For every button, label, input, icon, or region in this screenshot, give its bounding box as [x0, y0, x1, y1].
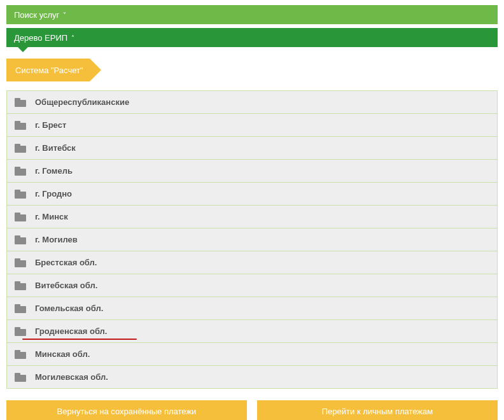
category-label: Гомельская обл. — [35, 304, 103, 313]
folder-icon — [15, 167, 26, 176]
folder-icon — [15, 327, 26, 336]
category-row[interactable]: Гродненская обл. — [6, 319, 498, 342]
category-row[interactable]: г. Могилев — [6, 228, 498, 251]
category-label: Общереспубликанские — [35, 97, 129, 107]
category-label: Витебская обл. — [35, 281, 97, 290]
category-label: Брестская обл. — [35, 258, 97, 267]
back-to-saved-label: Вернуться на сохранённые платежи — [57, 407, 197, 416]
search-services-label: Поиск услуг — [14, 10, 59, 20]
category-row[interactable]: г. Гомель — [6, 159, 498, 182]
category-label: г. Гродно — [35, 189, 72, 199]
folder-icon — [15, 373, 26, 382]
folder-icon — [15, 98, 26, 107]
category-label: г. Минск — [35, 212, 68, 221]
category-row[interactable]: г. Брест — [6, 113, 498, 136]
erip-tree-bar[interactable]: Дерево ЕРИП ˄ — [6, 28, 498, 47]
folder-icon — [15, 144, 26, 153]
back-to-saved-button[interactable]: Вернуться на сохранённые платежи — [6, 400, 247, 420]
category-row[interactable]: Общереспубликанские — [6, 90, 498, 113]
category-label: г. Брест — [35, 120, 66, 130]
folder-icon — [15, 235, 26, 244]
category-label: г. Могилев — [35, 235, 78, 244]
breadcrumb: Система "Расчет" — [6, 51, 498, 90]
folder-icon — [15, 190, 26, 199]
erip-tree-label: Дерево ЕРИП — [14, 33, 67, 43]
personal-payments-button[interactable]: Перейти к личным платежам — [257, 400, 498, 420]
folder-icon — [15, 281, 26, 290]
folder-icon — [15, 304, 26, 313]
folder-icon — [15, 121, 26, 130]
category-label: Могилевская обл. — [35, 372, 108, 382]
folder-icon — [15, 350, 26, 359]
personal-payments-label: Перейти к личным платежам — [322, 407, 433, 416]
category-list: Общереспубликанскиег. Брестг. Витебскг. … — [6, 90, 498, 389]
chevron-down-icon: ˅ — [63, 11, 66, 18]
category-row[interactable]: Могилевская обл. — [6, 365, 498, 388]
category-label: г. Витебск — [35, 143, 76, 153]
breadcrumb-item-current[interactable]: Система "Расчет" — [6, 59, 90, 81]
category-row[interactable]: Гомельская обл. — [6, 297, 498, 319]
category-row[interactable]: г. Минск — [6, 205, 498, 228]
category-row[interactable]: г. Витебск — [6, 136, 498, 159]
breadcrumb-label: Система "Расчет" — [15, 66, 83, 75]
folder-icon — [15, 258, 26, 267]
category-label: г. Гомель — [35, 166, 73, 176]
category-row[interactable]: Минская обл. — [6, 342, 498, 365]
category-row[interactable]: г. Гродно — [6, 182, 498, 205]
chevron-up-icon: ˄ — [71, 34, 74, 41]
category-row[interactable]: Витебская обл. — [6, 274, 498, 297]
folder-icon — [15, 213, 26, 221]
category-label: Гродненская обл. — [35, 326, 107, 336]
category-label: Минская обл. — [35, 349, 90, 359]
category-row[interactable]: Брестская обл. — [6, 251, 498, 274]
search-services-bar[interactable]: Поиск услуг ˅ — [6, 5, 498, 24]
